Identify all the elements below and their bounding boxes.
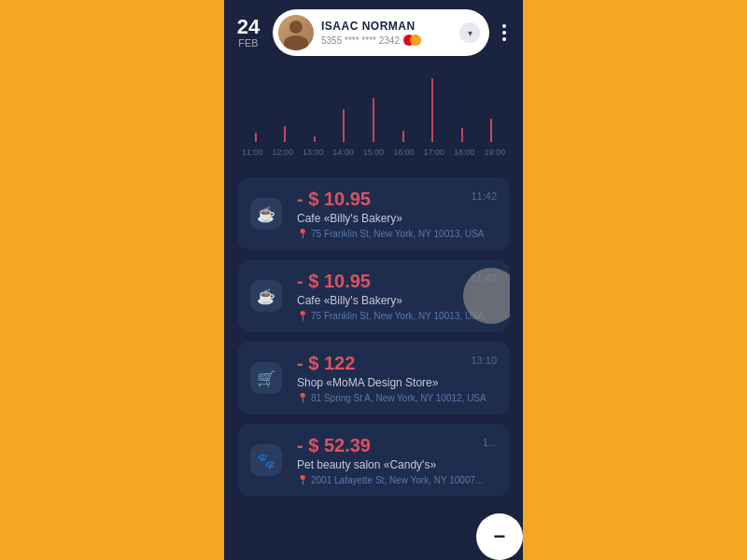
- tx-time-0: 11:42: [471, 190, 497, 202]
- chart-bar-8: [490, 119, 492, 142]
- chart-bar-7: [461, 128, 463, 142]
- tx-amount-0: - $ 10.95: [297, 189, 497, 210]
- tx-amount-2: - $ 122: [297, 353, 497, 374]
- tx-address-0: 75 Franklin St, New York, NY 10013, USA: [311, 229, 484, 239]
- tx-address-2: 81 Spring St A, New York, NY 10012, USA: [311, 393, 486, 403]
- chart-bar-group-4: [359, 75, 388, 142]
- more-dot-2: [502, 31, 506, 35]
- chevron-button[interactable]: ▾: [459, 22, 480, 43]
- mc-orange-circle: [410, 35, 421, 46]
- tx-icon-0: ☕: [250, 198, 282, 230]
- pin-icon: 📍: [297, 311, 308, 321]
- transaction-card-2[interactable]: 🛒- $ 122Shop «MoMA Design Store»📍81 Spri…: [237, 342, 510, 414]
- tx-address-3: 2001 Lafayette St, New York, NY 10007...: [311, 475, 483, 485]
- transaction-card-3[interactable]: 🐾- $ 52.39Pet beauty salon «Candy's»📍200…: [237, 424, 510, 497]
- chart-bar-group-5: [388, 75, 418, 142]
- bottom-circle-button[interactable]: −: [476, 513, 523, 560]
- chart-label-3: 14:00: [328, 147, 358, 157]
- tx-amount-3: - $ 52.39: [297, 435, 497, 456]
- chart-label-6: 17:00: [419, 147, 449, 157]
- chart-bar-4: [373, 98, 374, 142]
- card-number: 5355 **** **** 2342: [321, 35, 452, 46]
- chart-bar-group-2: [300, 75, 330, 142]
- more-dot-3: [502, 37, 506, 41]
- profile-card[interactable]: ISAAC NORMAN 5355 **** **** 2342 ▾: [273, 9, 489, 56]
- phone-container: 24 FEB ISAAC NORMAN 5355 **** **** 2342 …: [224, 0, 523, 560]
- tx-content-2: - $ 122Shop «MoMA Design Store»📍81 Sprin…: [297, 353, 497, 403]
- chart-label-0: 11:00: [237, 147, 267, 157]
- date-month: FEB: [238, 37, 258, 49]
- chart-label-4: 15:00: [359, 147, 388, 157]
- tx-content-3: - $ 52.39Pet beauty salon «Candy's»📍2001…: [297, 435, 497, 485]
- chart-bar-1: [284, 126, 286, 142]
- pin-icon: 📍: [297, 393, 308, 403]
- bottom-minus-icon: −: [494, 525, 506, 549]
- chart-bar-0: [255, 133, 257, 142]
- more-options-button[interactable]: [499, 21, 510, 45]
- chart-label-7: 18:00: [449, 147, 479, 157]
- transactions-list: ☕- $ 10.95Cafe «Billy's Bakery»📍75 Frank…: [224, 168, 523, 560]
- chart-bar-3: [343, 109, 345, 142]
- chart-bars: [237, 75, 510, 142]
- pin-icon: 📍: [297, 475, 308, 485]
- chart-bar-group-7: [447, 75, 477, 142]
- tx-time-3: 1...: [483, 437, 497, 448]
- profile-info: ISAAC NORMAN 5355 **** **** 2342: [321, 20, 452, 46]
- tx-name-0: Cafe «Billy's Bakery»: [297, 212, 497, 225]
- date-day: 24: [237, 17, 260, 37]
- chart-area: 11:0012:0013:0014:0015:0016:0017:0018:00…: [224, 65, 523, 168]
- chart-labels: 11:0012:0013:0014:0015:0016:0017:0018:00…: [237, 147, 510, 157]
- chart-bar-group-6: [417, 75, 447, 142]
- profile-name: ISAAC NORMAN: [321, 20, 452, 33]
- date-block: 24 FEB: [233, 17, 263, 49]
- header: 24 FEB ISAAC NORMAN 5355 **** **** 2342 …: [224, 0, 523, 65]
- avatar-image: [278, 15, 314, 50]
- tx-location-1: 📍75 Franklin St, New York, NY 10013, USA: [297, 311, 497, 321]
- chart-bar-group-1: [271, 75, 301, 142]
- tx-content-0: - $ 10.95Cafe «Billy's Bakery»📍75 Frankl…: [297, 189, 497, 239]
- more-dot-1: [502, 24, 506, 28]
- chart-bar-5: [402, 131, 404, 142]
- chart-bar-2: [314, 136, 316, 142]
- chevron-down-icon: ▾: [468, 28, 472, 38]
- tx-time-2: 13:10: [471, 355, 497, 366]
- avatar: [278, 15, 314, 50]
- tx-icon-1: ☕: [250, 280, 282, 312]
- chart-bar-group-3: [330, 75, 359, 142]
- chart-label-2: 13:00: [298, 147, 328, 157]
- chart-label-1: 12:00: [267, 147, 297, 157]
- transaction-card-1[interactable]: ☕- $ 10.95Cafe «Billy's Bakery»📍75 Frank…: [237, 259, 510, 332]
- mastercard-icon: [403, 35, 421, 46]
- tx-icon-2: 🛒: [250, 362, 282, 394]
- chart-bar-group-8: [477, 75, 507, 142]
- tx-name-3: Pet beauty salon «Candy's»: [297, 458, 497, 471]
- transaction-card-0[interactable]: ☕- $ 10.95Cafe «Billy's Bakery»📍75 Frank…: [237, 177, 510, 250]
- chart-label-8: 19:00: [480, 147, 510, 157]
- chart-bar-group-0: [241, 75, 271, 142]
- tx-location-2: 📍81 Spring St A, New York, NY 10012, USA: [297, 393, 497, 403]
- pin-icon: 📍: [297, 229, 308, 239]
- chart-bar-6: [431, 78, 433, 142]
- tx-location-3: 📍2001 Lafayette St, New York, NY 10007..…: [297, 475, 497, 485]
- tx-icon-3: 🐾: [250, 444, 282, 476]
- tx-location-0: 📍75 Franklin St, New York, NY 10013, USA: [297, 229, 497, 239]
- tx-address-1: 75 Franklin St, New York, NY 10013, USA: [311, 311, 484, 321]
- card-number-text: 5355 **** **** 2342: [321, 35, 400, 46]
- chart-label-5: 16:00: [388, 147, 418, 157]
- tx-name-2: Shop «MoMA Design Store»: [297, 376, 497, 389]
